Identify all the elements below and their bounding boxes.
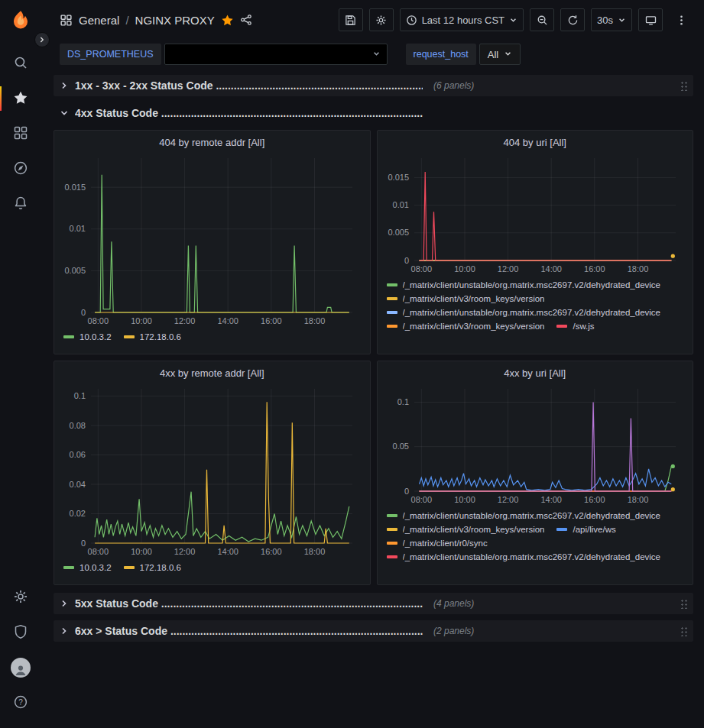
sidebar-item-help[interactable]: ? xyxy=(0,685,41,720)
panel-title[interactable]: 4xx by uri [All] xyxy=(384,366,687,383)
request-host-dropdown[interactable]: All xyxy=(479,44,521,65)
zoom-out-button[interactable] xyxy=(530,8,554,31)
monitor-icon xyxy=(645,15,657,26)
legend-item[interactable]: 10.0.3.2 xyxy=(63,332,112,341)
share-icon[interactable] xyxy=(240,14,252,26)
legend-item[interactable]: 172.18.0.6 xyxy=(124,563,181,572)
panel-404-by-uri[interactable]: 404 by uri [All] 00.0050.010.01508:0010:… xyxy=(377,130,694,354)
search-icon xyxy=(13,55,28,73)
row-drag-handle[interactable] xyxy=(680,626,687,636)
toolbar: Last 12 hours CST 30s xyxy=(339,8,693,31)
svg-text:0.005: 0.005 xyxy=(64,266,86,275)
svg-text:10:00: 10:00 xyxy=(131,547,152,556)
legend-series-name: 10.0.3.2 xyxy=(79,332,112,341)
row-panel-count: (2 panels) xyxy=(433,626,474,636)
sidebar-item-alerting[interactable] xyxy=(0,186,41,222)
sidebar-item-configuration[interactable] xyxy=(0,580,41,615)
row-leader: ........................................… xyxy=(216,79,423,92)
apps-grid-icon xyxy=(60,14,73,27)
legend-item[interactable]: /_matrix/client/unstable/org.matrix.msc2… xyxy=(387,280,661,290)
svg-text:0.06: 0.06 xyxy=(70,450,86,459)
timeseries-chart[interactable]: 00.020.040.060.080.108:0010:0012:0014:00… xyxy=(60,383,365,558)
row-panel-count: (6 panels) xyxy=(433,80,474,91)
refresh-icon xyxy=(567,15,579,26)
tv-mode-button[interactable] xyxy=(638,8,663,31)
panel-title[interactable]: 404 by uri [All] xyxy=(384,135,687,152)
row-4xx-status-code[interactable]: 4xx Status Code ........................… xyxy=(54,102,693,124)
sidebar-item-dashboards[interactable] xyxy=(0,116,41,151)
breadcrumb-dashboard-title[interactable]: NGINX PROXY xyxy=(135,14,215,27)
row-5xx-status-code[interactable]: 5xx Status Code ........................… xyxy=(54,593,693,614)
svg-text:0: 0 xyxy=(81,308,86,317)
save-dashboard-button[interactable] xyxy=(339,8,363,31)
panel-legend: 10.0.3.2172.18.0.6 xyxy=(60,558,364,572)
legend-swatch xyxy=(387,283,397,286)
svg-text:18:00: 18:00 xyxy=(627,264,648,273)
help-icon: ? xyxy=(13,694,28,712)
legend-series-name: /_matrix/client/v3/room_keys/version xyxy=(403,322,545,331)
panel-title[interactable]: 4xx by remote addr [All] xyxy=(60,366,364,383)
variable-label-ds-prometheus[interactable]: DS_PROMETHEUS xyxy=(60,44,161,65)
legend-series-name: /_matrix/client/v3/room_keys/version xyxy=(403,294,545,303)
dashboard-settings-button[interactable] xyxy=(369,8,394,31)
svg-text:0.05: 0.05 xyxy=(392,442,408,451)
legend-series-name: /_matrix/client/v3/room_keys/version xyxy=(403,525,545,534)
breadcrumb-section[interactable]: General xyxy=(79,14,119,27)
legend-item[interactable]: /sw.js xyxy=(556,322,594,331)
chevron-down-icon xyxy=(504,49,512,60)
ds-prometheus-dropdown[interactable] xyxy=(164,44,388,65)
svg-text:0.01: 0.01 xyxy=(70,224,86,233)
legend-swatch xyxy=(63,335,74,338)
legend-item[interactable]: /_matrix/client/r0/sync xyxy=(387,539,488,548)
grafana-flame-icon xyxy=(9,9,32,32)
row-title-wrap: 5xx Status Code ........................… xyxy=(75,597,423,610)
sidebar-item-starred[interactable] xyxy=(0,81,41,116)
svg-text:0.01: 0.01 xyxy=(392,200,408,209)
svg-text:0: 0 xyxy=(404,256,408,265)
variable-label-request-host[interactable]: request_host xyxy=(406,44,476,65)
favorite-star-icon[interactable] xyxy=(221,14,234,27)
row-title: 4xx Status Code xyxy=(75,107,161,119)
more-options-button[interactable] xyxy=(669,8,693,31)
star-icon xyxy=(13,90,28,108)
row-drag-handle[interactable] xyxy=(680,80,687,91)
legend-item[interactable]: 10.0.3.2 xyxy=(63,563,112,572)
legend-series-name: /_matrix/client/unstable/org.matrix.msc2… xyxy=(403,511,661,520)
legend-item[interactable]: /_matrix/client/unstable/org.matrix.msc2… xyxy=(387,511,661,520)
svg-text:14:00: 14:00 xyxy=(540,264,562,273)
time-range-picker[interactable]: Last 12 hours CST xyxy=(400,8,524,31)
legend-item[interactable]: /_matrix/client/v3/room_keys/version xyxy=(387,322,545,331)
row-drag-handle[interactable] xyxy=(680,598,687,609)
panel-4xx-by-uri[interactable]: 4xx by uri [All] 00.050.108:0010:0012:00… xyxy=(377,361,694,585)
legend-swatch xyxy=(387,297,397,300)
sidebar-item-explore[interactable] xyxy=(0,151,41,186)
timeseries-chart[interactable]: 00.050.108:0010:0012:0014:0016:0018:00 xyxy=(384,383,688,506)
row-6xx-status-code[interactable]: 6xx > Status Code ......................… xyxy=(54,620,693,642)
panel-404-by-remote-addr[interactable]: 404 by remote addr [All] 00.0050.010.015… xyxy=(54,130,371,354)
sidebar-expand-button[interactable] xyxy=(34,32,50,47)
chevron-right-icon xyxy=(60,81,69,90)
svg-text:12:00: 12:00 xyxy=(497,495,518,504)
legend-item[interactable]: /api/live/ws xyxy=(556,525,615,534)
sidebar-item-search[interactable] xyxy=(0,46,41,81)
refresh-interval-picker[interactable]: 30s xyxy=(591,8,632,31)
gear-icon xyxy=(13,589,28,607)
legend-item[interactable]: /_matrix/client/unstable/org.matrix.msc2… xyxy=(387,308,661,317)
row-1xx-3xx-2xx-status-code[interactable]: 1xx - 3xx - 2xx Status Code ............… xyxy=(54,75,693,96)
legend-swatch xyxy=(387,555,397,558)
sidebar-item-profile[interactable] xyxy=(0,650,41,685)
panel-4xx-by-remote-addr[interactable]: 4xx by remote addr [All] 00.020.040.060.… xyxy=(54,361,371,585)
legend-item[interactable]: 172.18.0.6 xyxy=(124,332,181,341)
legend-item[interactable]: /_matrix/client/v3/room_keys/version xyxy=(387,294,545,303)
legend-swatch xyxy=(63,566,74,569)
timeseries-chart[interactable]: 00.0050.010.01508:0010:0012:0014:0016:00… xyxy=(384,152,688,276)
panel-title[interactable]: 404 by remote addr [All] xyxy=(60,135,364,152)
legend-series-name: 10.0.3.2 xyxy=(79,563,112,572)
svg-text:0.1: 0.1 xyxy=(74,391,86,400)
timeseries-chart[interactable]: 00.0050.010.01508:0010:0012:0014:0016:00… xyxy=(60,152,365,328)
legend-item[interactable]: /_matrix/client/unstable/org.matrix.msc2… xyxy=(387,552,661,561)
grafana-logo[interactable] xyxy=(8,8,34,34)
sidebar-item-server-admin[interactable] xyxy=(0,615,41,650)
legend-item[interactable]: /_matrix/client/v3/room_keys/version xyxy=(387,525,545,534)
refresh-button[interactable] xyxy=(560,8,585,31)
